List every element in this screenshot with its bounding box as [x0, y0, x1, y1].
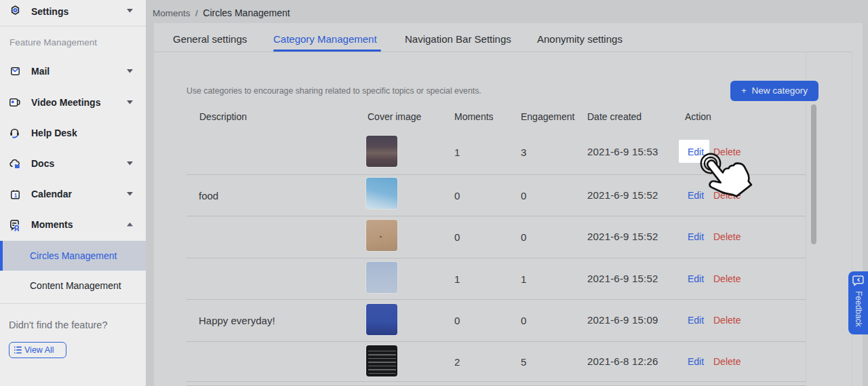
- svg-text:1: 1: [14, 192, 18, 199]
